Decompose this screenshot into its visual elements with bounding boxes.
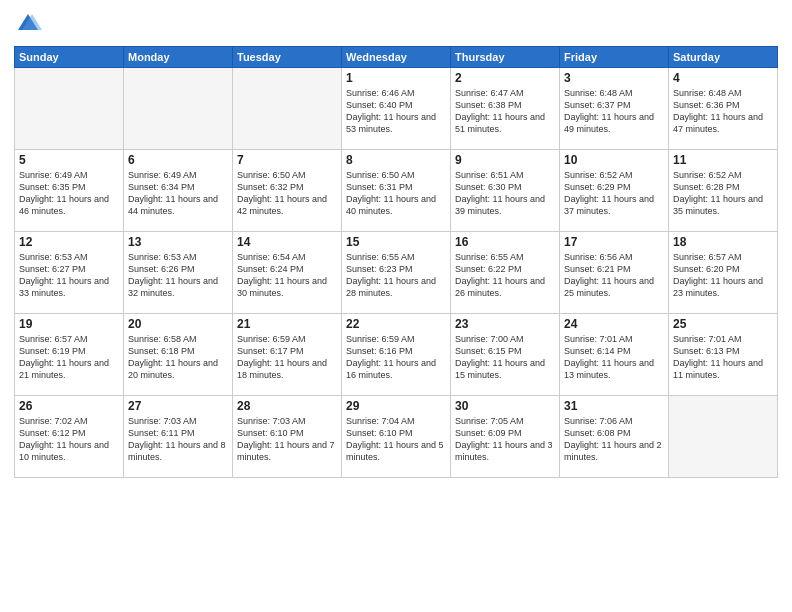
calendar-cell [15, 68, 124, 150]
calendar-cell [669, 396, 778, 478]
day-number: 2 [455, 71, 555, 85]
day-number: 4 [673, 71, 773, 85]
calendar-cell: 19Sunrise: 6:57 AM Sunset: 6:19 PM Dayli… [15, 314, 124, 396]
cell-info: Sunrise: 6:58 AM Sunset: 6:18 PM Dayligh… [128, 333, 228, 382]
cell-info: Sunrise: 6:57 AM Sunset: 6:19 PM Dayligh… [19, 333, 119, 382]
calendar-cell: 3Sunrise: 6:48 AM Sunset: 6:37 PM Daylig… [560, 68, 669, 150]
cell-info: Sunrise: 6:49 AM Sunset: 6:34 PM Dayligh… [128, 169, 228, 218]
calendar-cell: 23Sunrise: 7:00 AM Sunset: 6:15 PM Dayli… [451, 314, 560, 396]
calendar-cell: 4Sunrise: 6:48 AM Sunset: 6:36 PM Daylig… [669, 68, 778, 150]
cell-info: Sunrise: 7:04 AM Sunset: 6:10 PM Dayligh… [346, 415, 446, 464]
day-number: 12 [19, 235, 119, 249]
cell-info: Sunrise: 6:53 AM Sunset: 6:26 PM Dayligh… [128, 251, 228, 300]
cell-info: Sunrise: 6:53 AM Sunset: 6:27 PM Dayligh… [19, 251, 119, 300]
calendar-week-row: 12Sunrise: 6:53 AM Sunset: 6:27 PM Dayli… [15, 232, 778, 314]
page: SundayMondayTuesdayWednesdayThursdayFrid… [0, 0, 792, 612]
calendar-week-row: 5Sunrise: 6:49 AM Sunset: 6:35 PM Daylig… [15, 150, 778, 232]
calendar-cell: 26Sunrise: 7:02 AM Sunset: 6:12 PM Dayli… [15, 396, 124, 478]
calendar-header-row: SundayMondayTuesdayWednesdayThursdayFrid… [15, 47, 778, 68]
day-number: 14 [237, 235, 337, 249]
day-number: 19 [19, 317, 119, 331]
cell-info: Sunrise: 6:57 AM Sunset: 6:20 PM Dayligh… [673, 251, 773, 300]
calendar-week-row: 1Sunrise: 6:46 AM Sunset: 6:40 PM Daylig… [15, 68, 778, 150]
calendar-cell: 18Sunrise: 6:57 AM Sunset: 6:20 PM Dayli… [669, 232, 778, 314]
day-number: 3 [564, 71, 664, 85]
day-number: 1 [346, 71, 446, 85]
calendar-cell: 16Sunrise: 6:55 AM Sunset: 6:22 PM Dayli… [451, 232, 560, 314]
calendar-cell: 15Sunrise: 6:55 AM Sunset: 6:23 PM Dayli… [342, 232, 451, 314]
cell-info: Sunrise: 6:59 AM Sunset: 6:16 PM Dayligh… [346, 333, 446, 382]
calendar-cell: 25Sunrise: 7:01 AM Sunset: 6:13 PM Dayli… [669, 314, 778, 396]
calendar-cell: 20Sunrise: 6:58 AM Sunset: 6:18 PM Dayli… [124, 314, 233, 396]
cell-info: Sunrise: 6:56 AM Sunset: 6:21 PM Dayligh… [564, 251, 664, 300]
calendar-cell: 17Sunrise: 6:56 AM Sunset: 6:21 PM Dayli… [560, 232, 669, 314]
day-number: 15 [346, 235, 446, 249]
day-number: 25 [673, 317, 773, 331]
day-number: 26 [19, 399, 119, 413]
calendar-cell: 31Sunrise: 7:06 AM Sunset: 6:08 PM Dayli… [560, 396, 669, 478]
day-number: 6 [128, 153, 228, 167]
day-number: 24 [564, 317, 664, 331]
day-number: 29 [346, 399, 446, 413]
day-number: 9 [455, 153, 555, 167]
logo [14, 10, 46, 38]
day-number: 16 [455, 235, 555, 249]
cell-info: Sunrise: 6:52 AM Sunset: 6:29 PM Dayligh… [564, 169, 664, 218]
cell-info: Sunrise: 6:54 AM Sunset: 6:24 PM Dayligh… [237, 251, 337, 300]
day-number: 30 [455, 399, 555, 413]
calendar-weekday: Friday [560, 47, 669, 68]
cell-info: Sunrise: 7:03 AM Sunset: 6:10 PM Dayligh… [237, 415, 337, 464]
calendar-weekday: Tuesday [233, 47, 342, 68]
calendar-week-row: 26Sunrise: 7:02 AM Sunset: 6:12 PM Dayli… [15, 396, 778, 478]
cell-info: Sunrise: 7:06 AM Sunset: 6:08 PM Dayligh… [564, 415, 664, 464]
day-number: 21 [237, 317, 337, 331]
calendar-cell: 11Sunrise: 6:52 AM Sunset: 6:28 PM Dayli… [669, 150, 778, 232]
calendar-cell: 14Sunrise: 6:54 AM Sunset: 6:24 PM Dayli… [233, 232, 342, 314]
calendar-weekday: Sunday [15, 47, 124, 68]
day-number: 23 [455, 317, 555, 331]
calendar-cell: 10Sunrise: 6:52 AM Sunset: 6:29 PM Dayli… [560, 150, 669, 232]
cell-info: Sunrise: 6:49 AM Sunset: 6:35 PM Dayligh… [19, 169, 119, 218]
calendar-cell: 7Sunrise: 6:50 AM Sunset: 6:32 PM Daylig… [233, 150, 342, 232]
calendar-cell: 24Sunrise: 7:01 AM Sunset: 6:14 PM Dayli… [560, 314, 669, 396]
calendar-cell: 8Sunrise: 6:50 AM Sunset: 6:31 PM Daylig… [342, 150, 451, 232]
calendar: SundayMondayTuesdayWednesdayThursdayFrid… [14, 46, 778, 478]
calendar-cell: 2Sunrise: 6:47 AM Sunset: 6:38 PM Daylig… [451, 68, 560, 150]
header [14, 10, 778, 38]
calendar-weekday: Thursday [451, 47, 560, 68]
calendar-cell: 13Sunrise: 6:53 AM Sunset: 6:26 PM Dayli… [124, 232, 233, 314]
day-number: 13 [128, 235, 228, 249]
calendar-week-row: 19Sunrise: 6:57 AM Sunset: 6:19 PM Dayli… [15, 314, 778, 396]
cell-info: Sunrise: 6:50 AM Sunset: 6:32 PM Dayligh… [237, 169, 337, 218]
day-number: 7 [237, 153, 337, 167]
cell-info: Sunrise: 7:05 AM Sunset: 6:09 PM Dayligh… [455, 415, 555, 464]
calendar-cell: 9Sunrise: 6:51 AM Sunset: 6:30 PM Daylig… [451, 150, 560, 232]
calendar-cell: 29Sunrise: 7:04 AM Sunset: 6:10 PM Dayli… [342, 396, 451, 478]
cell-info: Sunrise: 6:50 AM Sunset: 6:31 PM Dayligh… [346, 169, 446, 218]
calendar-cell: 22Sunrise: 6:59 AM Sunset: 6:16 PM Dayli… [342, 314, 451, 396]
calendar-cell: 5Sunrise: 6:49 AM Sunset: 6:35 PM Daylig… [15, 150, 124, 232]
calendar-weekday: Saturday [669, 47, 778, 68]
cell-info: Sunrise: 6:52 AM Sunset: 6:28 PM Dayligh… [673, 169, 773, 218]
cell-info: Sunrise: 6:55 AM Sunset: 6:23 PM Dayligh… [346, 251, 446, 300]
day-number: 20 [128, 317, 228, 331]
cell-info: Sunrise: 6:55 AM Sunset: 6:22 PM Dayligh… [455, 251, 555, 300]
cell-info: Sunrise: 7:02 AM Sunset: 6:12 PM Dayligh… [19, 415, 119, 464]
cell-info: Sunrise: 6:46 AM Sunset: 6:40 PM Dayligh… [346, 87, 446, 136]
calendar-cell: 6Sunrise: 6:49 AM Sunset: 6:34 PM Daylig… [124, 150, 233, 232]
day-number: 8 [346, 153, 446, 167]
cell-info: Sunrise: 7:01 AM Sunset: 6:13 PM Dayligh… [673, 333, 773, 382]
cell-info: Sunrise: 7:00 AM Sunset: 6:15 PM Dayligh… [455, 333, 555, 382]
logo-icon [14, 10, 42, 38]
calendar-cell: 30Sunrise: 7:05 AM Sunset: 6:09 PM Dayli… [451, 396, 560, 478]
cell-info: Sunrise: 7:03 AM Sunset: 6:11 PM Dayligh… [128, 415, 228, 464]
calendar-cell: 21Sunrise: 6:59 AM Sunset: 6:17 PM Dayli… [233, 314, 342, 396]
day-number: 10 [564, 153, 664, 167]
day-number: 22 [346, 317, 446, 331]
cell-info: Sunrise: 6:59 AM Sunset: 6:17 PM Dayligh… [237, 333, 337, 382]
calendar-cell [124, 68, 233, 150]
cell-info: Sunrise: 6:47 AM Sunset: 6:38 PM Dayligh… [455, 87, 555, 136]
calendar-weekday: Wednesday [342, 47, 451, 68]
cell-info: Sunrise: 6:48 AM Sunset: 6:37 PM Dayligh… [564, 87, 664, 136]
day-number: 27 [128, 399, 228, 413]
